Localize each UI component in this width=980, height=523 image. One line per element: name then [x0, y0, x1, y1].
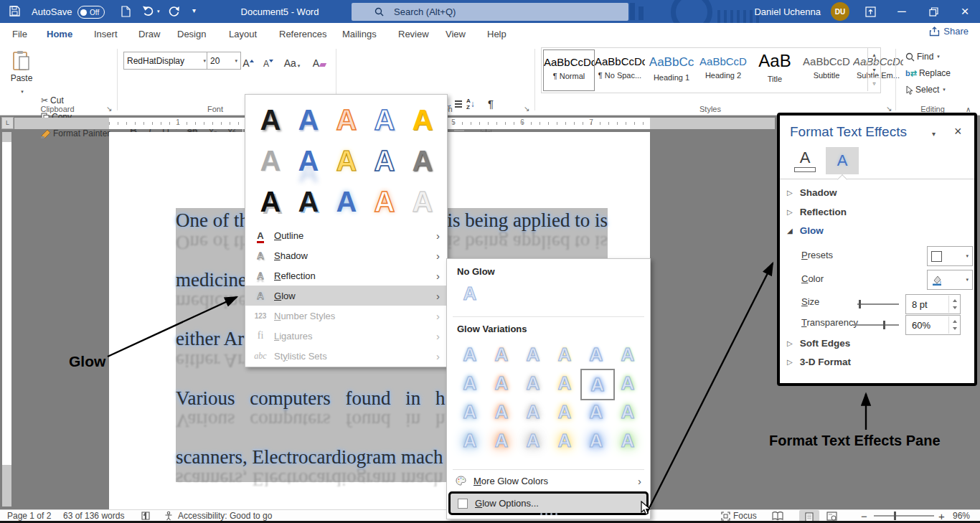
menu-item-reflection[interactable]: A Reflection ›	[245, 265, 447, 286]
zoom-in-button[interactable]: +	[938, 510, 945, 522]
glow-variation-r1c3[interactable]: A	[517, 340, 549, 369]
text-effect-preset-9[interactable]: A	[367, 141, 402, 180]
style-normal[interactable]: AaBbCcDc¶ Normal	[543, 50, 595, 91]
glow-variation-r4c1[interactable]: A	[454, 426, 486, 455]
tab-text-fill-outline[interactable]: A	[788, 147, 821, 174]
transparency-spinner[interactable]	[948, 316, 960, 334]
menu-item-outline[interactable]: A Outline ›	[245, 225, 447, 245]
styles-scroll-down-icon[interactable]: ▾	[868, 63, 880, 78]
text-effect-preset-1[interactable]: A	[253, 100, 288, 139]
glow-variation-r3c4[interactable]: A	[549, 397, 580, 426]
transparency-value-box[interactable]: 60%	[905, 315, 961, 335]
zoom-slider-thumb[interactable]	[894, 512, 896, 520]
style-heading1[interactable]: AaBbCcHeading 1	[646, 50, 697, 90]
paragraph-dialog-launcher-icon[interactable]: ↘	[524, 105, 529, 113]
text-effect-preset-15[interactable]: A	[405, 182, 440, 221]
clear-formatting-button[interactable]: A	[310, 52, 329, 70]
no-glow-option[interactable]: A	[454, 279, 486, 308]
text-effect-preset-4[interactable]: A	[367, 100, 402, 139]
font-size-combo[interactable]: 20▾	[207, 52, 241, 70]
minimize-button[interactable]: ─	[891, 0, 913, 23]
text-effect-preset-8[interactable]: A	[329, 141, 364, 180]
glow-variation-r3c3[interactable]: A	[517, 397, 549, 426]
text-effect-preset-13[interactable]: A	[329, 182, 364, 221]
section-reflection[interactable]: ▷Reflection	[787, 207, 847, 217]
replace-button[interactable]: b⇄ Replace	[905, 68, 951, 78]
proofing-icon[interactable]	[141, 510, 151, 522]
text-effect-preset-2[interactable]: A	[291, 100, 326, 139]
glow-variation-r3c6[interactable]: A	[612, 397, 644, 426]
glow-variation-r2c3[interactable]: A	[517, 369, 549, 397]
paste-dropdown-icon[interactable]: ▾	[21, 89, 24, 94]
glow-variation-r1c6[interactable]: A	[612, 340, 644, 369]
style-title[interactable]: AaBTitle	[750, 50, 800, 90]
tab-references[interactable]: References	[277, 23, 329, 44]
select-button[interactable]: Select▾	[905, 85, 946, 95]
tab-help[interactable]: Help	[485, 23, 509, 44]
pane-close-icon[interactable]: ×	[954, 124, 962, 139]
tab-text-effects[interactable]: A	[826, 147, 859, 174]
cut-button[interactable]: ✂Cut	[41, 95, 64, 105]
glow-options-item[interactable]: Glow Options...	[448, 491, 649, 515]
menu-item-stylistic-sets[interactable]: abc Stylistic Sets ›	[245, 346, 447, 366]
text-effect-preset-11[interactable]: A	[253, 182, 288, 221]
focus-button[interactable]: Focus	[721, 510, 757, 522]
text-effect-preset-3[interactable]: A	[329, 100, 364, 139]
glow-variation-r2c2[interactable]: A	[486, 369, 517, 397]
web-layout-button[interactable]	[826, 510, 837, 522]
find-button[interactable]: Find▾	[905, 52, 940, 62]
share-button[interactable]: Share	[929, 26, 969, 37]
close-button[interactable]: ×	[954, 0, 976, 23]
text-effect-preset-7[interactable]: A	[291, 141, 326, 180]
glow-variation-r3c2[interactable]: A	[486, 397, 517, 426]
style-heading2[interactable]: AaBbCcDHeading 2	[698, 50, 748, 90]
tab-draw[interactable]: Draw	[136, 23, 162, 44]
format-painter-button[interactable]: Format Painter	[41, 128, 110, 138]
redo-button[interactable]	[168, 6, 179, 17]
text-effect-preset-5[interactable]: A	[405, 100, 440, 139]
avatar[interactable]: DU	[831, 2, 849, 21]
tab-home[interactable]: Home	[44, 23, 75, 47]
shrink-font-button[interactable]: A	[260, 52, 277, 70]
text-effect-preset-14[interactable]: A	[367, 182, 402, 221]
glow-variation-r4c4[interactable]: A	[549, 426, 580, 455]
word-count[interactable]: 63 of 136 words	[63, 510, 124, 522]
more-glow-colors-item[interactable]: More Glow Colors ›	[447, 471, 650, 490]
zoom-out-button[interactable]: −	[861, 510, 867, 522]
size-value-box[interactable]: 8 pt	[905, 294, 961, 314]
accessibility-status[interactable]: Accessibility: Good to go	[178, 510, 272, 522]
ruler-origin-box[interactable]: L	[1, 117, 14, 129]
menu-item-glow[interactable]: A Glow ›	[245, 286, 447, 306]
style-no-spacing[interactable]: AaBbCcDc¶ No Spac...	[595, 50, 645, 90]
size-spinner[interactable]	[948, 296, 960, 313]
transparency-slider[interactable]	[853, 324, 899, 326]
customize-toolbar-icon[interactable]: ▾	[192, 6, 196, 14]
vertical-ruler[interactable]	[2, 132, 11, 506]
size-slider[interactable]	[857, 303, 899, 305]
grow-font-button[interactable]: A	[240, 52, 257, 70]
zoom-level[interactable]: 96%	[953, 510, 970, 522]
ribbon-display-options-icon[interactable]	[859, 0, 881, 23]
tab-design[interactable]: Design	[175, 23, 208, 44]
section-glow[interactable]: ◢Glow	[787, 225, 824, 236]
styles-gallery-scrollbar[interactable]: ▴ ▾ ▿	[867, 48, 880, 91]
clipboard-dialog-launcher-icon[interactable]: ↘	[106, 105, 112, 113]
glow-variation-r2c6[interactable]: A	[612, 369, 644, 397]
user-name[interactable]: Daniel Uchenna	[754, 6, 821, 17]
glow-variation-r2c5-selected[interactable]: A	[580, 369, 615, 400]
glow-variation-r1c2[interactable]: A	[486, 340, 517, 369]
glow-variation-r3c5[interactable]: A	[580, 397, 612, 426]
section-shadow[interactable]: ▷Shadow	[787, 187, 837, 198]
menu-item-ligatures[interactable]: fi Ligatures ›	[245, 326, 447, 346]
glow-color-dropdown[interactable]: ▾	[927, 270, 973, 290]
pilcrow-button[interactable]: ¶	[488, 98, 494, 110]
glow-variation-r4c6[interactable]: A	[612, 426, 644, 455]
tab-mailings[interactable]: Mailings	[340, 23, 379, 44]
styles-more-icon[interactable]: ▿	[868, 78, 880, 91]
change-case-button[interactable]: Aa▾	[281, 52, 303, 70]
glow-variation-r1c5[interactable]: A	[580, 340, 612, 369]
styles-scroll-up-icon[interactable]: ▴	[868, 48, 880, 63]
read-mode-button[interactable]	[772, 510, 783, 522]
paste-button[interactable]: Paste ▾	[6, 50, 37, 100]
text-effect-preset-10[interactable]: A	[405, 141, 440, 180]
